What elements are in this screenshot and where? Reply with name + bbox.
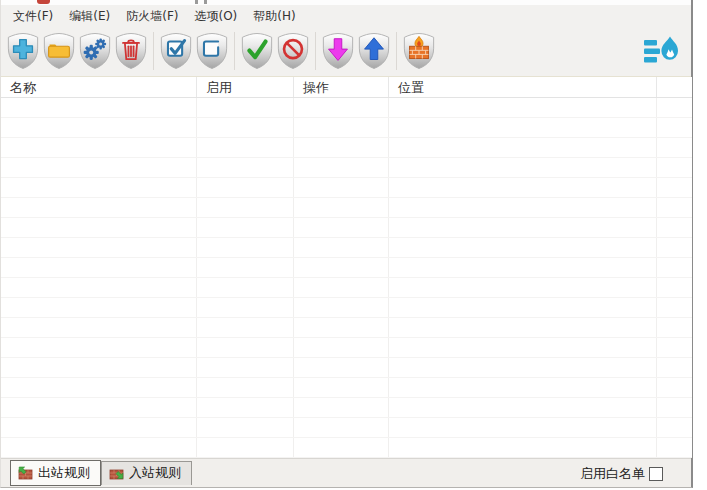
menu-help[interactable]: 帮助(H)	[245, 6, 303, 27]
table-cell	[294, 298, 389, 317]
move-down-arrow-shield-icon	[321, 31, 355, 71]
whitelist-checkbox[interactable]	[649, 467, 663, 481]
table-cell	[657, 318, 692, 337]
table-cell	[657, 238, 692, 257]
table-cell	[657, 398, 692, 417]
table-row[interactable]	[1, 98, 692, 118]
table-cell	[389, 118, 657, 137]
tab-outbound-rules[interactable]: 出站规则	[10, 460, 101, 486]
table-cell	[657, 138, 692, 157]
table-row[interactable]	[1, 118, 692, 138]
table-cell	[294, 318, 389, 337]
table-cell	[1, 418, 197, 437]
allow-button[interactable]	[239, 30, 275, 72]
table-cell	[389, 278, 657, 297]
table-row[interactable]	[1, 278, 692, 298]
table-cell	[1, 98, 197, 117]
table-row[interactable]	[1, 258, 692, 278]
check-all-button[interactable]	[158, 30, 194, 72]
check-all-shield-icon	[159, 31, 193, 71]
column-header-action[interactable]: 操作	[294, 77, 389, 97]
move-down-button[interactable]	[320, 30, 356, 72]
menu-firewall[interactable]: 防火墙(F)	[118, 6, 186, 27]
menu-bar: 文件(F) 编辑(E) 防火墙(F) 选项(O) 帮助(H)	[1, 5, 691, 27]
whitelist-label: 启用白名单	[580, 465, 645, 483]
table-cell	[1, 378, 197, 397]
delete-rule-button[interactable]	[113, 30, 149, 72]
table-cell	[197, 138, 294, 157]
table-row[interactable]	[1, 238, 692, 258]
table-row[interactable]	[1, 218, 692, 238]
table-cell	[657, 218, 692, 237]
table-cell	[197, 438, 294, 457]
uncheck-all-button[interactable]	[194, 30, 230, 72]
table-cell	[389, 378, 657, 397]
toolbar	[1, 27, 691, 77]
table-cell	[1, 258, 197, 277]
open-folder-button[interactable]	[41, 30, 77, 72]
table-cell	[657, 178, 692, 197]
table-row[interactable]	[1, 358, 692, 378]
menu-file[interactable]: 文件(F)	[5, 6, 61, 27]
table-cell	[197, 98, 294, 117]
table-cell	[657, 278, 692, 297]
table-cell	[294, 178, 389, 197]
table-cell	[197, 218, 294, 237]
table-cell	[1, 338, 197, 357]
tab-strip: 出站规则 入站规则 启用白名单	[1, 458, 691, 487]
table-cell	[389, 158, 657, 177]
table-row[interactable]	[1, 438, 692, 458]
table-cell	[389, 98, 657, 117]
table-row[interactable]	[1, 318, 692, 338]
toolbar-separator	[396, 32, 397, 70]
move-up-arrow-shield-icon	[357, 31, 391, 71]
table-row[interactable]	[1, 378, 692, 398]
block-button[interactable]	[275, 30, 311, 72]
table-cell	[197, 358, 294, 377]
title-text-fragment	[204, 0, 207, 4]
add-rule-button[interactable]	[5, 30, 41, 72]
table-row[interactable]	[1, 338, 692, 358]
table-cell	[197, 238, 294, 257]
table-cell	[389, 178, 657, 197]
table-row[interactable]	[1, 418, 692, 438]
table-cell	[1, 398, 197, 417]
table-row[interactable]	[1, 158, 692, 178]
column-header-enabled[interactable]: 启用	[197, 77, 294, 97]
app-flame-list-logo	[643, 35, 681, 69]
table-cell	[389, 318, 657, 337]
table-cell	[1, 438, 197, 457]
move-up-button[interactable]	[356, 30, 392, 72]
firewall-button[interactable]	[401, 30, 437, 72]
toolbar-separator	[234, 32, 235, 70]
table-row[interactable]	[1, 298, 692, 318]
open-folder-shield-icon	[42, 31, 76, 71]
table-cell	[197, 158, 294, 177]
table-cell	[1, 298, 197, 317]
table-cell	[657, 198, 692, 217]
menu-options[interactable]: 选项(O)	[186, 6, 245, 27]
table-cell	[197, 418, 294, 437]
table-row[interactable]	[1, 138, 692, 158]
settings-button[interactable]	[77, 30, 113, 72]
table-cell	[294, 158, 389, 177]
table-cell	[1, 238, 197, 257]
table-cell	[657, 98, 692, 117]
add-rule-shield-icon	[6, 31, 40, 71]
table-cell	[294, 98, 389, 117]
table-cell	[657, 118, 692, 137]
table-cell	[389, 218, 657, 237]
title-text-fragment	[195, 0, 198, 4]
table-cell	[294, 398, 389, 417]
column-header-name[interactable]: 名称	[1, 77, 197, 97]
table-cell	[657, 298, 692, 317]
column-header-location[interactable]: 位置	[389, 77, 657, 97]
table-row[interactable]	[1, 198, 692, 218]
menu-edit[interactable]: 编辑(E)	[61, 6, 118, 27]
table-row[interactable]	[1, 178, 692, 198]
tab-inbound-rules[interactable]: 入站规则	[101, 461, 192, 485]
table-cell	[389, 338, 657, 357]
table-row[interactable]	[1, 398, 692, 418]
table-cell	[294, 438, 389, 457]
firewall-window: 文件(F) 编辑(E) 防火墙(F) 选项(O) 帮助(H)	[0, 0, 693, 488]
